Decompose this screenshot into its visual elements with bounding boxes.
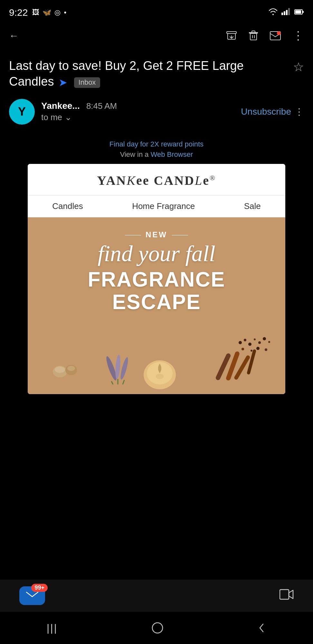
battery-icon	[294, 8, 304, 17]
svg-point-37	[242, 348, 244, 350]
svg-point-32	[248, 343, 251, 346]
recent-apps-button[interactable]: |||	[47, 622, 58, 634]
email-subject-area: Last day to save! Buy 2, Get 2 FREE Larg…	[0, 52, 313, 93]
hero-script-text: find your fall	[41, 242, 272, 265]
svg-point-31	[244, 339, 246, 341]
back-system-icon	[257, 621, 266, 634]
sender-actions: Unsubscribe ⋮	[241, 106, 304, 117]
svg-rect-5	[295, 10, 301, 14]
svg-rect-2	[286, 10, 288, 15]
mail-icon	[26, 591, 39, 601]
svg-point-33	[254, 338, 256, 340]
svg-rect-43	[152, 623, 163, 633]
svg-point-12	[277, 31, 281, 35]
svg-point-38	[251, 350, 252, 352]
svg-point-40	[265, 348, 267, 351]
svg-rect-10	[250, 33, 257, 40]
status-right-icons	[269, 8, 304, 17]
svg-rect-42	[280, 590, 289, 599]
unsubscribe-button[interactable]: Unsubscribe	[241, 107, 291, 117]
email-toolbar: ← ⋮	[0, 23, 313, 52]
nav-home-fragrance[interactable]: Home Fragrance	[132, 201, 195, 211]
status-bar: 9:22 🖼 🦋 ◎ •	[0, 0, 313, 23]
svg-rect-1	[284, 11, 285, 15]
svg-rect-41	[26, 591, 39, 601]
view-in-browser: View in a Web Browser	[9, 150, 304, 159]
sender-time: 8:45 AM	[86, 101, 117, 111]
lavender-icon	[99, 352, 137, 384]
wifi-icon	[269, 8, 278, 17]
sender-more-button[interactable]: ⋮	[294, 106, 304, 117]
star-button[interactable]: ☆	[293, 60, 304, 74]
email-meta: Final day for 2X reward points View in a…	[9, 140, 304, 159]
archive-button[interactable]	[226, 30, 237, 41]
mark-email-button[interactable]	[270, 31, 281, 40]
registered-mark: ®	[210, 174, 216, 182]
svg-point-30	[239, 341, 242, 344]
svg-point-34	[258, 341, 261, 344]
home-button[interactable]	[151, 621, 164, 634]
signal-icon	[281, 8, 290, 17]
status-time: 9:22	[9, 7, 28, 18]
app-tray: 99+	[0, 580, 313, 612]
system-nav: |||	[0, 612, 313, 644]
svg-rect-0	[281, 13, 283, 15]
svg-line-22	[123, 380, 124, 384]
subject-title: Last day to save! Buy 2, Get 2 FREE Larg…	[9, 59, 244, 88]
yankee-candle-logo: YANKee CANDLe®	[41, 173, 272, 188]
more-options-button[interactable]: ⋮	[292, 29, 304, 43]
svg-point-29	[67, 366, 75, 371]
email-nav: Candles Home Fragrance Sale	[28, 195, 285, 217]
reward-text: Final day for 2X reward points	[9, 140, 304, 148]
sender-name: Yankee...	[41, 101, 80, 111]
email-card: YANKee CANDLe® Candles Home Fragrance Sa…	[28, 164, 285, 394]
home-icon	[151, 621, 164, 634]
svg-rect-6	[303, 11, 304, 13]
svg-point-39	[256, 347, 260, 350]
svg-line-20	[111, 381, 113, 384]
hero-new-label: NEW	[41, 230, 272, 239]
photo-icon: 🖼	[32, 8, 39, 17]
nav-candles[interactable]: Candles	[52, 201, 83, 211]
svg-point-35	[263, 337, 266, 340]
hero-headline-text: FRAGRANCE ESCAPE	[41, 268, 272, 314]
hero-spice-decoration	[41, 323, 272, 394]
sender-avatar: Y	[9, 99, 35, 125]
apple-slice-icon	[140, 352, 179, 391]
svg-point-25	[156, 374, 164, 379]
nav-sale[interactable]: Sale	[244, 201, 261, 211]
dot-icon: •	[64, 8, 66, 17]
back-button[interactable]: ←	[9, 30, 19, 41]
status-icons: 🖼 🦋 ◎ •	[32, 8, 66, 17]
mail-app-icon[interactable]: 99+	[19, 586, 45, 605]
svg-point-18	[115, 354, 121, 379]
mail-badge: 99+	[31, 584, 48, 592]
to-chevron-icon[interactable]: ⌄	[65, 112, 72, 122]
video-button[interactable]	[280, 589, 294, 603]
svg-point-19	[119, 356, 129, 380]
chevron-forward-icon: ➤	[59, 76, 67, 90]
nuts-icon	[50, 355, 82, 381]
recent-apps-icon: |||	[47, 622, 58, 634]
svg-point-36	[268, 341, 270, 343]
svg-rect-3	[288, 8, 290, 15]
back-system-button[interactable]	[257, 621, 266, 634]
email-body-area: Final day for 2X reward points View in a…	[0, 130, 313, 394]
target-icon: ◎	[54, 8, 61, 17]
sender-info: Yankee... 8:45 AM to me ⌄	[41, 101, 234, 122]
delete-button[interactable]	[249, 30, 258, 41]
email-subject-text: Last day to save! Buy 2, Get 2 FREE Larg…	[9, 58, 288, 90]
web-browser-link[interactable]: Web Browser	[151, 150, 193, 158]
sender-row: Y Yankee... 8:45 AM to me ⌄ Unsubscribe …	[0, 93, 313, 130]
butterfly-icon: 🦋	[43, 8, 51, 17]
inbox-badge: Inbox	[74, 77, 100, 88]
hero-section: NEW find your fall FRAGRANCE ESCAPE	[28, 217, 285, 394]
sender-to: to me ⌄	[41, 112, 234, 122]
email-header: YANKee CANDLe®	[28, 164, 285, 195]
svg-point-27	[55, 366, 65, 373]
spice-seeds-icon	[234, 336, 272, 362]
